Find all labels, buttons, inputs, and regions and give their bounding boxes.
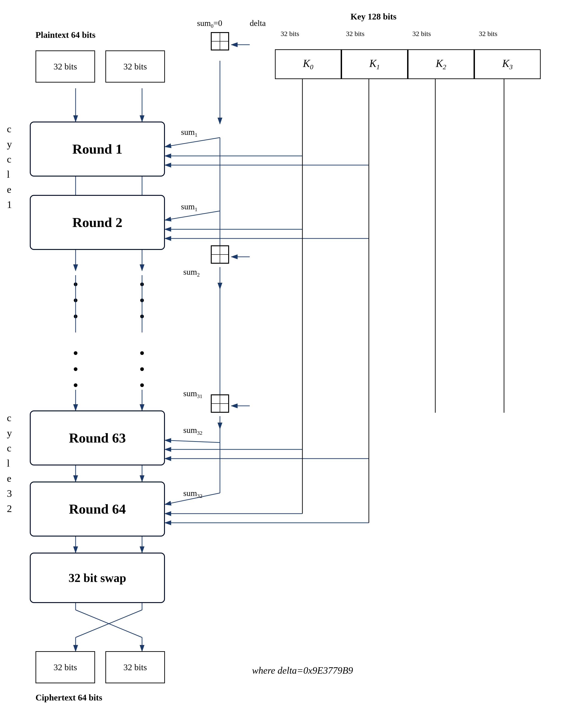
cycle1-label: cycle1 [7,122,12,212]
diagram-container: Plaintext 64 bits 32 bits 32 bits Key 12… [0,0,570,728]
cycle32-label: cycle32 [7,410,12,516]
key-32bits-k1: 32 bits [346,30,364,38]
svg-point-13 [140,315,144,318]
adder-cell-3 [212,41,220,50]
cipher-right-bits: 32 bits [123,662,147,672]
sum0-label: sum0=0 [197,18,222,29]
svg-point-9 [74,299,77,302]
k2-label: K2 [436,57,446,71]
swap-label: 32 bit swap [68,571,126,585]
sum1a-label: sum1 [181,127,198,138]
sum31-label: sum31 [183,389,202,399]
svg-point-18 [74,383,77,387]
plaintext-label: Plaintext 64 bits [35,30,95,40]
sum31-adder [211,394,229,413]
adder31-cell-2 [220,395,228,403]
round1-label: Round 1 [72,141,122,157]
k0-label: K0 [303,57,313,71]
k1-box: K1 [341,49,408,79]
svg-line-57 [165,440,220,442]
k2-box: K2 [408,49,474,79]
k1-label: K1 [369,57,380,71]
adder31-cell-3 [212,403,220,412]
k3-box: K3 [474,49,541,79]
sum2-label: sum2 [183,267,200,278]
svg-point-16 [74,351,77,355]
round1-box: Round 1 [30,122,165,177]
svg-line-36 [165,138,220,147]
plaintext-left-bits: 32 bits [54,61,77,71]
sum1b-label: sum1 [181,202,198,212]
ciphertext-label: Ciphertext 64 bits [35,693,102,703]
key-32bits-k0: 32 bits [281,30,299,38]
round2-box: Round 2 [30,195,165,250]
adder2-cell-1 [212,246,220,254]
svg-point-19 [140,351,144,355]
k0-box: K0 [275,49,341,79]
adder-cell-2 [220,33,228,41]
adder-cell-1 [212,33,220,41]
sum2-adder [211,245,229,264]
svg-point-11 [140,283,144,286]
round63-box: Round 63 [30,410,165,466]
round64-box: Round 64 [30,482,165,537]
round2-label: Round 2 [72,215,122,230]
sum32b-label: sum32 [183,488,202,499]
adder31-cell-4 [220,403,228,412]
svg-point-21 [140,383,144,387]
cipher-left-box: 32 bits [35,651,95,683]
swap-box: 32 bit swap [30,553,165,603]
cipher-right-box: 32 bits [105,651,165,683]
sum0-adder [211,32,229,50]
round64-label: Round 64 [69,501,126,517]
k3-label: K3 [502,57,513,71]
svg-point-10 [74,315,77,318]
adder2-cell-2 [220,246,228,254]
adder2-cell-4 [220,254,228,263]
key-32bits-k2: 32 bits [412,30,431,38]
key-label: Key 128 bits [350,11,396,22]
key-32bits-k3: 32 bits [479,30,497,38]
svg-point-12 [140,299,144,302]
plaintext-right-bits: 32 bits [123,61,147,71]
cipher-left-bits: 32 bits [54,662,77,672]
svg-point-20 [140,367,144,371]
delta-label: delta [250,18,266,28]
adder2-cell-3 [212,254,220,263]
plaintext-left-box: 32 bits [35,50,95,82]
svg-line-31 [76,610,142,638]
round63-label: Round 63 [69,430,126,446]
svg-point-8 [74,283,77,286]
arrows-svg [0,0,570,728]
sum32a-label: sum32 [183,425,202,436]
svg-point-17 [74,367,77,371]
svg-line-30 [76,610,142,638]
adder-cell-4 [220,41,228,50]
adder31-cell-1 [212,395,220,403]
delta-eq-label: where delta=0x9E3779B9 [252,665,353,676]
plaintext-right-box: 32 bits [105,50,165,82]
